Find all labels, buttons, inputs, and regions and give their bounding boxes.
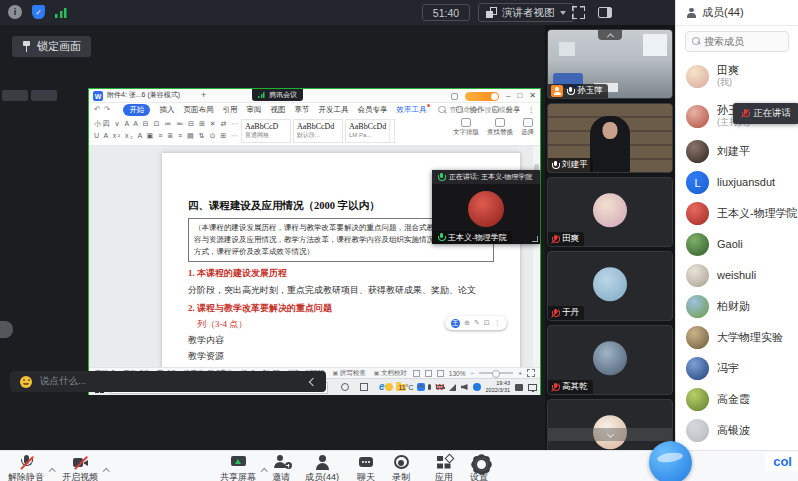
expand-caret-icon[interactable] (262, 458, 267, 476)
toolbar-invite[interactable]: 邀请 (272, 454, 290, 481)
font-size-box[interactable]: 小四 (94, 120, 111, 127)
quick-chat-placeholder[interactable]: 说点什么... (40, 375, 302, 388)
speaker-device-icon[interactable] (515, 384, 523, 391)
zoom-out-button[interactable]: − (470, 370, 474, 377)
task-view-icon[interactable] (360, 383, 368, 391)
toolbar-members[interactable]: 成员(44) (305, 454, 339, 481)
tray-expand-icon[interactable] (418, 384, 424, 390)
video-thumbnail[interactable]: 孙玉萍 (547, 29, 673, 99)
resize-handle[interactable] (532, 236, 538, 242)
active-speaker-popup[interactable]: 正在讲话: 王本义-物理学院 王本义-物理学院 (432, 170, 540, 244)
volume-icon[interactable] (461, 384, 468, 390)
edge-browser-icon[interactable]: e (379, 382, 385, 392)
member-row[interactable]: 大学物理实验 (676, 322, 798, 353)
wps-menu-item[interactable]: 页面布局 (183, 105, 213, 115)
collapse-left-icon[interactable] (309, 377, 317, 385)
toolbar-chat[interactable]: 聊天 (357, 454, 375, 481)
ribbon-button[interactable]: 查找替换 (487, 118, 513, 137)
member-row[interactable]: 高银波 (676, 415, 798, 446)
more-icon[interactable]: ⋮ (528, 105, 536, 114)
bluetooth-icon[interactable] (473, 383, 481, 391)
meeting-indicator-chip[interactable]: 腾讯会议 (252, 89, 303, 101)
style-preset[interactable]: AaBbCcDdLM Pa... (345, 119, 395, 143)
lock-view-button[interactable]: 锁定画面 (12, 36, 91, 57)
security-shield-icon[interactable]: ✓ (32, 5, 45, 19)
thumbnails-scroll-down[interactable] (548, 428, 672, 441)
view-mode-button[interactable]: 演讲者视图 (478, 3, 574, 22)
collab-add-icon[interactable]: ⊕ (464, 319, 470, 327)
wps-menu-item[interactable]: 插入 (159, 105, 174, 115)
video-thumbnail[interactable]: 于丹 (547, 251, 673, 321)
style-preset[interactable]: AaBbCcDd默认段... (293, 119, 343, 143)
wps-menu-item[interactable]: 效率工具 (396, 105, 426, 115)
wps-menu-item[interactable]: 引用 (222, 105, 237, 115)
member-row[interactable]: 王本义-物理学院 (676, 198, 798, 229)
wps-menu-item[interactable]: 审阅 (246, 105, 261, 115)
video-thumbnail[interactable]: 高其乾 (547, 325, 673, 395)
wps-menu-item[interactable]: 开发工具 (318, 105, 348, 115)
fit-page-icon[interactable] (527, 369, 535, 377)
view-mode-icon[interactable] (437, 370, 444, 377)
mic-tray-icon[interactable] (428, 384, 431, 390)
wps-menu-item[interactable]: 会员专享 (357, 105, 387, 115)
toolbar-record[interactable]: 录制 (392, 454, 410, 481)
fullscreen-icon[interactable] (572, 6, 585, 19)
toolbar-video[interactable]: 开启视频 (62, 454, 98, 481)
ribbon-icons-row1[interactable]: 小四 ∨ A A ⊟ ⊡ ≔ ≕ ⊟ ⊞ ✕ ⇄ ⋯ (94, 119, 240, 129)
layout-switch-icon[interactable] (451, 93, 458, 100)
member-row[interactable]: weishuli (676, 260, 798, 291)
collaboration-toolbar[interactable]: 王 ⊕ ✎ ⊡ ⋮ (445, 316, 507, 330)
expand-caret-icon[interactable] (104, 458, 109, 476)
quick-chat-bar[interactable]: 说点什么... (10, 371, 326, 392)
member-row[interactable]: Lliuxjuansdut (676, 167, 798, 198)
thumbnails-scroll-up[interactable] (598, 30, 622, 40)
ribbon-button[interactable]: 文字排版 (453, 118, 479, 137)
wps-action[interactable]: 分享 (506, 105, 521, 115)
video-thumbnail[interactable]: 刘建平 (547, 103, 673, 173)
member-search-input[interactable] (704, 36, 782, 47)
weather-icon[interactable] (385, 383, 393, 391)
expand-caret-icon[interactable] (50, 458, 55, 476)
collab-edit-icon[interactable]: ✎ (474, 319, 480, 327)
floating-logo-orb[interactable] (649, 441, 692, 481)
side-panel-handle[interactable] (0, 321, 13, 338)
toolbar-apps[interactable]: 应用 (435, 454, 453, 481)
wps-menu-item[interactable]: 开始 (123, 104, 150, 116)
view-mode-icon[interactable] (425, 370, 432, 377)
maximize-button[interactable]: □ (517, 91, 522, 101)
wps-menu-item[interactable]: 视图 (270, 105, 285, 115)
member-row[interactable]: 田爽(我) (676, 56, 798, 96)
toolbar-settings[interactable]: 设置 (470, 454, 488, 481)
wps-action[interactable]: 协作 (470, 105, 485, 115)
document-tab[interactable]: 附件4: 张...6 (兼容模式) (107, 90, 180, 100)
video-thumbnail[interactable]: 田爽 (547, 177, 673, 247)
member-row[interactable]: Gaoli (676, 229, 798, 260)
network-icon[interactable] (449, 384, 456, 391)
battery-icon[interactable] (436, 385, 444, 390)
collab-more-icon[interactable]: ⋮ (494, 319, 501, 327)
monitor-icon[interactable] (528, 384, 537, 391)
temperature[interactable]: 11°C (398, 384, 413, 391)
close-button[interactable]: ✕ (529, 91, 536, 101)
info-icon[interactable]: i (8, 5, 22, 19)
clock[interactable]: 19:43 2022/3/31 (486, 380, 510, 394)
vip-membership-pill[interactable] (465, 92, 499, 101)
cortana-icon[interactable] (341, 383, 349, 391)
panel-toggle-icon[interactable] (598, 7, 612, 18)
member-row[interactable]: 柏财勋 (676, 291, 798, 322)
emoji-icon[interactable] (20, 376, 32, 388)
undo-redo-icons[interactable]: ↶↷ (94, 105, 113, 114)
zoom-in-button[interactable]: + (518, 370, 522, 377)
member-row[interactable]: 冯宇 (676, 353, 798, 384)
toolbar-mute[interactable]: 解除静音 (8, 454, 44, 481)
wps-menu-item[interactable]: 章节 (294, 105, 309, 115)
ribbon-icons-row2[interactable]: U A x² x₂ A ▣ ≡ ≣ ≡ ▤ ⇅ ⊙ ⊞ ⋯ (94, 132, 240, 140)
collab-box-icon[interactable]: ⊡ (484, 319, 490, 327)
member-row[interactable]: 高金霞 (676, 384, 798, 415)
ribbon-button[interactable]: 选择 (521, 118, 534, 137)
member-row[interactable]: 刘建平 (676, 136, 798, 167)
view-mode-icon[interactable] (413, 370, 420, 377)
new-tab-button[interactable]: + (201, 90, 206, 100)
zoom-slider[interactable] (479, 372, 513, 374)
member-search[interactable] (685, 31, 789, 52)
